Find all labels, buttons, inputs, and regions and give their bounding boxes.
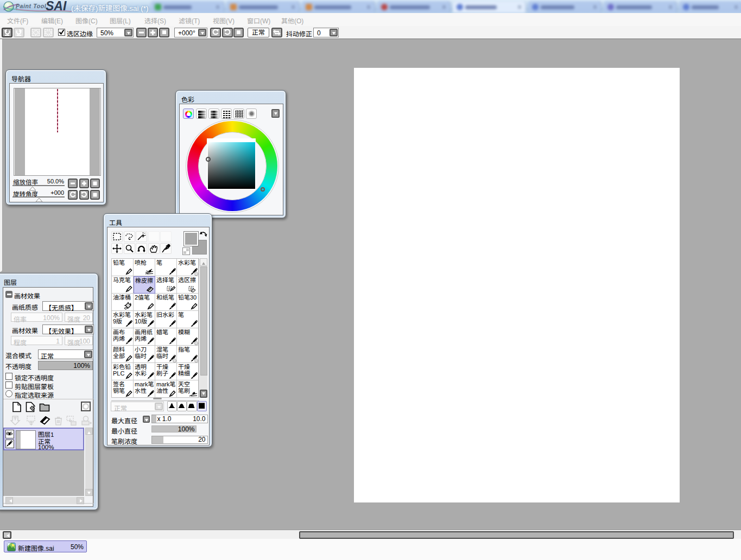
svg-text:Paint Tool: Paint Tool [16,3,47,9]
svg-text:S: S [168,287,171,290]
